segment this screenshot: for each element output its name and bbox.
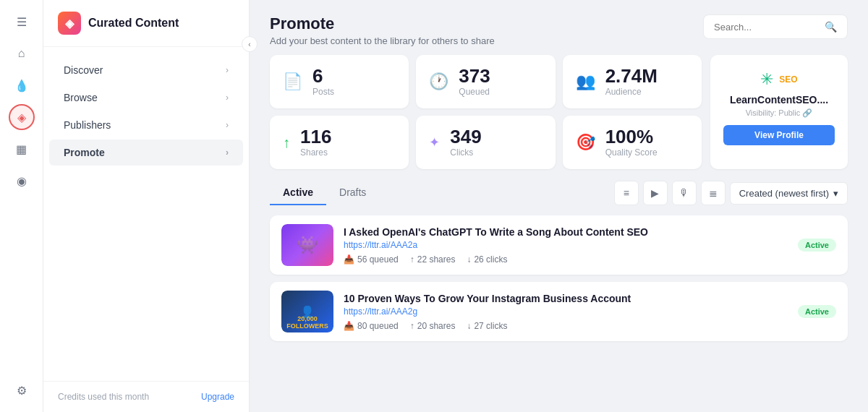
stat-quality: 🎯 100% Quality Score <box>563 116 702 169</box>
status-badge: Active <box>798 305 836 318</box>
chevron-right-icon: › <box>226 65 229 75</box>
tab-actions: ≡ ▶ 🎙 ≣ Created (newest first) ▾ <box>614 181 848 205</box>
brand-icon[interactable]: ◈ <box>9 104 35 130</box>
stats-grid: 📄 6 Posts 🕐 373 Queued 👥 2.74M Audience <box>270 55 702 169</box>
icon-bar: ☰ ⌂ 💧 ◈ ▦ ◉ ⚙ <box>0 0 43 412</box>
status-badge: Active <box>798 239 836 252</box>
sidebar-header: ◈ Curated Content <box>43 0 249 47</box>
clicks-meta: ↓ 27 clicks <box>467 321 507 331</box>
queued-icon: 🕐 <box>429 72 448 91</box>
tab-active[interactable]: Active <box>270 181 326 205</box>
mic-view-btn[interactable]: 🎙 <box>672 181 697 205</box>
queued-label: Queued <box>459 87 490 97</box>
clicks-icon: ✦ <box>429 134 440 150</box>
posts-label: Posts <box>312 87 334 97</box>
chevron-right-icon: › <box>226 147 229 158</box>
queued-icon: 📥 <box>344 254 354 265</box>
clicks-meta: ↓ 26 clicks <box>467 254 507 265</box>
sidebar-item-promote[interactable]: Promote › <box>49 140 243 166</box>
stat-audience: 👥 2.74M Audience <box>563 55 702 108</box>
content-info: 10 Proven Ways To Grow Your Instagram Bu… <box>344 293 788 331</box>
audience-icon: 👥 <box>576 72 595 91</box>
audience-number: 2.74M <box>605 66 658 85</box>
home-icon[interactable]: ⌂ <box>9 40 35 66</box>
search-box[interactable]: 🔍 <box>703 14 848 39</box>
audience-label: Audience <box>605 87 658 97</box>
quality-number: 100% <box>605 127 658 146</box>
main-header: Promote Add your best content to the lib… <box>250 0 868 55</box>
page-subtitle: Add your best content to the library for… <box>270 35 495 46</box>
sort-label: Created (newest first) <box>739 188 829 199</box>
tabs-row: Active Drafts ≡ ▶ 🎙 ≣ Created (newest fi… <box>270 181 848 205</box>
play-view-btn[interactable]: ▶ <box>643 181 668 205</box>
view-profile-button[interactable]: View Profile <box>723 125 835 145</box>
queued-icon: 📥 <box>344 321 354 331</box>
chevron-right-icon: › <box>226 93 229 103</box>
upgrade-link[interactable]: Upgrade <box>201 392 234 402</box>
clicks-number: 349 <box>450 127 481 146</box>
content-list: 👾 I Asked OpenAI's ChatGPT To Write a So… <box>270 215 848 341</box>
header-text-group: Promote Add your best content to the lib… <box>270 14 495 46</box>
sidebar-item-discover[interactable]: Discover › <box>49 57 243 83</box>
profile-card: ✳ SEO LearnContentSEO.... Visibility: Pu… <box>710 55 848 169</box>
sidebar-nav: Discover › Browse › Publishers › Promote… <box>43 47 249 381</box>
sidebar-title: Curated Content <box>88 17 179 30</box>
quality-icon: 🎯 <box>576 133 595 152</box>
posts-number: 6 <box>312 66 334 85</box>
calendar-icon[interactable]: ▦ <box>9 136 35 162</box>
drop-icon[interactable]: 💧 <box>9 72 35 98</box>
shares-number: 116 <box>300 127 331 146</box>
profile-name: LearnContentSEO.... <box>730 94 828 106</box>
stat-shares: ↑ 116 Shares <box>270 116 409 169</box>
content-tabs: Active Drafts <box>270 181 379 205</box>
clicks-icon: ↓ <box>467 321 471 331</box>
content-meta: 📥 80 queued ↑ 20 shares ↓ 27 clicks <box>344 321 788 331</box>
sidebar-item-discover-label: Discover <box>64 64 103 76</box>
table-row: 👤 20,000FOLLOWERS 10 Proven Ways To Grow… <box>270 282 848 341</box>
content-title: 10 Proven Ways To Grow Your Instagram Bu… <box>344 293 788 304</box>
chevron-down-icon: ▾ <box>833 188 838 199</box>
sidebar-logo-icon: ◈ <box>58 12 81 35</box>
chevron-right-icon: › <box>226 120 229 130</box>
shares-icon: ↑ <box>410 254 414 265</box>
content-url[interactable]: https://lttr.ai/AAA2g <box>344 306 788 317</box>
sidebar-item-publishers[interactable]: Publishers › <box>49 112 243 138</box>
content-info: I Asked OpenAI's ChatGPT To Write a Song… <box>344 226 788 265</box>
stat-posts: 📄 6 Posts <box>270 55 409 108</box>
menu-icon[interactable]: ☰ <box>9 9 35 35</box>
profile-logo-icon: ✳ SEO <box>760 66 797 90</box>
search-input[interactable] <box>714 22 819 33</box>
sidebar-item-publishers-label: Publishers <box>64 119 111 131</box>
sidebar-item-browse-label: Browse <box>64 92 98 103</box>
shares-label: Shares <box>300 147 331 158</box>
sidebar-footer: Credits used this month Upgrade <box>43 381 249 412</box>
search-icon: 🔍 <box>825 21 837 33</box>
sidebar-collapse-btn[interactable]: ‹ <box>242 36 258 52</box>
content-thumbnail: 👾 <box>281 224 333 266</box>
content-meta: 📥 56 queued ↑ 22 shares ↓ 26 clicks <box>344 254 788 265</box>
posts-icon: 📄 <box>283 72 302 91</box>
content-thumbnail: 👤 20,000FOLLOWERS <box>281 291 333 332</box>
shares-icon: ↑ <box>283 134 290 151</box>
shares-icon: ↑ <box>410 321 414 331</box>
quality-label: Quality Score <box>605 147 658 158</box>
clicks-icon: ↓ <box>467 254 471 265</box>
list-view-btn[interactable]: ≡ <box>614 181 639 205</box>
page-title: Promote <box>270 14 495 33</box>
main-content: Promote Add your best content to the lib… <box>250 0 868 412</box>
shares-meta: ↑ 22 shares <box>410 254 456 265</box>
content-url[interactable]: https://lttr.ai/AAA2a <box>344 240 788 250</box>
profile-visibility: Visibility: Public 🔗 <box>746 108 813 118</box>
table-row: 👾 I Asked OpenAI's ChatGPT To Write a So… <box>270 215 848 275</box>
settings-icon[interactable]: ⚙ <box>9 377 35 403</box>
sidebar-item-browse[interactable]: Browse › <box>49 85 243 111</box>
stat-clicks: ✦ 349 Clicks <box>416 116 555 169</box>
globe-icon[interactable]: ◉ <box>9 168 35 194</box>
sort-dropdown[interactable]: Created (newest first) ▾ <box>730 182 848 205</box>
stats-area: 📄 6 Posts 🕐 373 Queued 👥 2.74M Audience <box>250 55 868 169</box>
grid-view-btn[interactable]: ≣ <box>701 181 726 205</box>
stat-queued: 🕐 373 Queued <box>416 55 555 108</box>
credits-text: Credits used this month <box>58 392 149 402</box>
tab-drafts[interactable]: Drafts <box>326 181 379 205</box>
content-title: I Asked OpenAI's ChatGPT To Write a Song… <box>344 226 788 238</box>
